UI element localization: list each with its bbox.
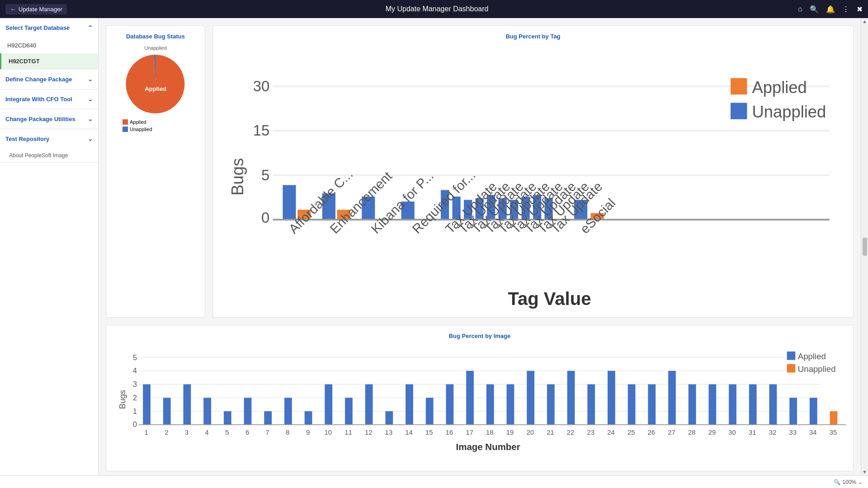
svg-text:0: 0 <box>133 420 137 429</box>
pie-container: Applied <box>113 52 198 116</box>
search-icon[interactable]: 🔍 <box>810 5 819 14</box>
svg-text:5: 5 <box>261 167 269 183</box>
svg-rect-81 <box>608 371 615 424</box>
zoom-value: 100% <box>842 479 856 485</box>
legend-unapplied-color <box>123 127 128 132</box>
zoom-control[interactable]: 🔍 100% ⌄ <box>834 479 863 485</box>
sidebar-item-h92cdtgt[interactable]: H92CDTGT <box>0 53 98 69</box>
close-icon[interactable]: ✖ <box>857 5 863 14</box>
page-title: My Update Manager Dashboard <box>76 5 798 13</box>
sidebar-section-define-change: Define Change Package ⌄ <box>0 70 98 89</box>
svg-rect-92 <box>830 411 838 425</box>
svg-rect-65 <box>284 398 292 425</box>
chevron-down-icon-cpu: ⌄ <box>88 116 93 122</box>
svg-text:27: 27 <box>668 429 675 436</box>
sidebar-header-define-change[interactable]: Define Change Package ⌄ <box>0 70 98 89</box>
sidebar-sub-about-psimage[interactable]: About PeopleSoft Image <box>0 149 98 162</box>
y-axis-label-tag: Bugs <box>228 158 247 196</box>
svg-text:6: 6 <box>245 429 249 436</box>
svg-text:7: 7 <box>266 429 269 436</box>
svg-text:14: 14 <box>405 429 413 436</box>
sidebar-item-h92cd640[interactable]: H92CD640 <box>0 38 98 53</box>
svg-rect-61 <box>203 398 211 425</box>
home-icon[interactable]: ⌂ <box>798 5 802 13</box>
svg-text:Unapplied: Unapplied <box>752 103 826 121</box>
svg-text:18: 18 <box>486 429 494 436</box>
sidebar-header-target-db[interactable]: Select Target Database ⌃ <box>0 18 98 38</box>
svg-text:4: 4 <box>205 429 209 436</box>
svg-rect-64 <box>264 411 272 425</box>
svg-text:Unapplied: Unapplied <box>798 364 836 373</box>
back-button[interactable]: ← Update Manager <box>5 4 67 14</box>
sidebar-section-cpu: Change Package Utilities ⌄ <box>0 109 98 129</box>
svg-rect-85 <box>689 384 696 424</box>
svg-text:Applied: Applied <box>752 78 807 97</box>
svg-text:17: 17 <box>466 429 473 436</box>
svg-text:19: 19 <box>506 429 514 436</box>
legend-applied: Applied <box>123 119 198 125</box>
chart-db-bug-status-title: Database Bug Status <box>113 33 198 40</box>
svg-rect-73 <box>446 384 454 424</box>
svg-text:26: 26 <box>648 429 656 436</box>
svg-text:5: 5 <box>133 353 137 361</box>
svg-text:30: 30 <box>253 78 269 94</box>
svg-text:1: 1 <box>133 407 137 415</box>
chevron-down-icon: ⌄ <box>88 76 93 83</box>
sidebar-section-target-db: Select Target Database ⌃ H92CD640 H92CDT… <box>0 18 98 70</box>
svg-rect-74 <box>466 371 474 424</box>
svg-text:Image Number: Image Number <box>456 441 520 451</box>
svg-text:25: 25 <box>627 429 635 436</box>
chart-bug-percent-image: Bug Percent by Image Bugs 5 4 3 2 1 0 <box>106 325 854 472</box>
svg-rect-80 <box>587 384 595 424</box>
svg-rect-77 <box>527 371 534 424</box>
chart-bug-percent-tag: Bug Percent by Tag Bugs 30 15 5 0 <box>212 25 854 318</box>
sidebar-header-test-repo[interactable]: Test Repository ⌄ <box>0 129 98 149</box>
svg-text:1: 1 <box>144 429 148 436</box>
legend-unapplied: Unapplied <box>123 127 198 132</box>
scroll-up-arrow[interactable]: ▲ <box>863 19 867 24</box>
svg-rect-66 <box>305 411 312 425</box>
back-label: Update Manager <box>19 6 62 13</box>
svg-rect-78 <box>547 384 555 424</box>
svg-text:21: 21 <box>547 429 554 436</box>
svg-rect-90 <box>789 398 797 425</box>
svg-rect-83 <box>648 384 656 424</box>
svg-rect-84 <box>668 371 676 424</box>
svg-rect-88 <box>749 384 757 424</box>
bug-percent-tag-svg: Bugs 30 15 5 0 <box>220 45 846 309</box>
content-area: Database Bug Status Unapplied Applied <box>99 18 861 475</box>
topbar-icons: ⌂ 🔍 🔔 ⋮ ✖ <box>798 5 863 14</box>
svg-text:33: 33 <box>789 429 797 436</box>
svg-rect-82 <box>628 384 636 424</box>
sidebar-test-repo-label: Test Repository <box>5 136 49 142</box>
more-icon[interactable]: ⋮ <box>842 5 849 14</box>
svg-rect-63 <box>244 398 252 425</box>
bell-icon[interactable]: 🔔 <box>826 5 835 14</box>
svg-text:5: 5 <box>225 429 229 436</box>
x-axis-title-tag: Tag Value <box>508 289 591 308</box>
sidebar-section-cfo: Integrate With CFO Tool ⌄ <box>0 89 98 109</box>
svg-rect-43 <box>731 103 747 119</box>
sidebar-cpu-label: Change Package Utilities <box>5 116 75 122</box>
svg-text:Bugs: Bugs <box>118 390 127 409</box>
svg-rect-91 <box>810 398 817 425</box>
svg-rect-67 <box>325 384 332 424</box>
pie-chart-svg: Applied <box>124 52 187 116</box>
scrollbar[interactable]: ▲ ▼ <box>861 18 868 475</box>
svg-text:12: 12 <box>365 429 373 436</box>
svg-text:15: 15 <box>253 122 269 139</box>
legend-unapplied-label: Unapplied <box>130 127 152 132</box>
svg-text:2: 2 <box>133 394 137 402</box>
sidebar-header-cpu[interactable]: Change Package Utilities ⌄ <box>0 109 98 129</box>
sidebar-header-cfo[interactable]: Integrate With CFO Tool ⌄ <box>0 89 98 109</box>
svg-text:8: 8 <box>286 429 289 436</box>
zoom-dropdown-icon[interactable]: ⌄ <box>858 479 863 485</box>
svg-rect-62 <box>224 411 231 425</box>
topbar: ← Update Manager My Update Manager Dashb… <box>0 0 868 18</box>
scroll-thumb[interactable] <box>863 238 867 256</box>
scroll-down-arrow[interactable]: ▼ <box>863 469 867 474</box>
svg-rect-60 <box>184 384 191 424</box>
chart-db-bug-status: Database Bug Status Unapplied Applied <box>106 25 205 318</box>
sidebar-cfo-label: Integrate With CFO Tool <box>5 96 72 103</box>
svg-rect-41 <box>731 78 747 94</box>
